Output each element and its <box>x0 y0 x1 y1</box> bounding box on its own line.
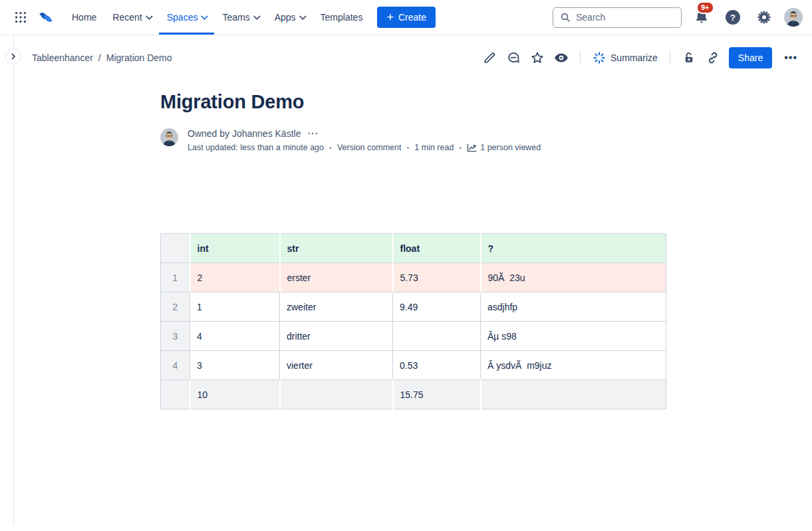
page-header-row: Tableenhancer / Migration Demo <box>32 47 803 69</box>
summarize-button[interactable]: Summarize <box>589 47 662 68</box>
table-row: 4 3 vierter 0.53 Â ysdvÃ m9juz <box>161 351 666 380</box>
table-cell: 2 <box>190 263 280 292</box>
gear-icon <box>756 9 772 25</box>
breadcrumb-space-link[interactable]: Tableenhancer <box>32 53 93 63</box>
grid-icon <box>13 10 28 25</box>
page-actions-toolbar: Summarize <box>479 47 803 68</box>
help-button[interactable]: ? <box>722 6 744 29</box>
column-header-str[interactable]: str <box>280 234 393 263</box>
profile-avatar[interactable] <box>784 8 803 27</box>
confluence-app: Home Recent Spaces Teams Apps Templates <box>0 0 812 531</box>
edit-button[interactable] <box>479 47 500 68</box>
table-cell: 90Ã 23u <box>481 263 666 292</box>
topnav-right-group: 9+ ? <box>553 6 803 29</box>
table-cell: 3 <box>190 351 280 380</box>
page-title: Migration Demo <box>160 91 666 113</box>
owned-by-text: Owned by Johannes Kästle <box>188 128 301 139</box>
create-label: Create <box>398 12 426 23</box>
read-time-text: 1 min read <box>414 143 454 152</box>
page-content: Migration Demo <box>160 91 666 409</box>
star-icon <box>530 51 545 65</box>
nav-item-home[interactable]: Home <box>64 0 104 35</box>
nav-label: Templates <box>321 12 363 23</box>
nav-label: Spaces <box>167 12 198 23</box>
version-comment-link[interactable]: Version comment <box>337 143 402 152</box>
breadcrumb-page-link[interactable]: Migration Demo <box>106 53 172 63</box>
chevron-down-icon <box>201 13 208 20</box>
search-input[interactable] <box>576 12 662 23</box>
sparkle-icon <box>593 51 606 64</box>
summarize-label: Summarize <box>610 53 658 63</box>
nav-label: Teams <box>222 12 249 23</box>
comments-button[interactable] <box>503 47 524 68</box>
dot-separator: • <box>406 144 409 152</box>
create-button[interactable]: + Create <box>377 7 436 28</box>
nav-item-apps[interactable]: Apps <box>267 0 313 35</box>
settings-button[interactable] <box>753 7 775 28</box>
table-cell: Â ysdvÃ m9juz <box>481 351 666 380</box>
byline-more-button[interactable]: ··· <box>306 128 320 139</box>
chevron-down-icon <box>299 13 306 20</box>
nav-item-templates[interactable]: Templates <box>313 0 371 35</box>
share-button[interactable]: Share <box>729 47 772 68</box>
row-number-header <box>161 234 190 263</box>
nav-label: Home <box>72 12 96 23</box>
search-box[interactable] <box>553 7 682 28</box>
table-cell: vierter <box>280 351 393 380</box>
byline: Owned by Johannes Kästle ··· Last update… <box>160 128 666 152</box>
confluence-logo-icon[interactable] <box>37 9 55 26</box>
pencil-icon <box>482 51 497 65</box>
row-number: 4 <box>161 351 190 380</box>
row-number: 1 <box>161 263 190 292</box>
nav-item-spaces[interactable]: Spaces <box>159 0 215 35</box>
sidebar-rail <box>13 35 14 525</box>
star-button[interactable] <box>527 47 548 68</box>
table-cell: 0.53 <box>393 351 481 380</box>
breadcrumb-separator: / <box>98 53 101 63</box>
owner-avatar[interactable] <box>160 128 178 152</box>
column-header-q[interactable]: ? <box>481 234 666 263</box>
toolbar-divider <box>580 51 581 65</box>
table-wrapper: int str float ? 1 2 erster 5.73 90Ã 23u <box>160 233 666 409</box>
app-switcher-button[interactable] <box>11 7 31 27</box>
expand-sidebar-button[interactable] <box>5 49 21 64</box>
watch-button[interactable] <box>551 47 572 68</box>
unlock-icon <box>682 51 696 65</box>
row-number: 2 <box>161 292 190 322</box>
table-cell: Âµ s98 <box>481 322 666 351</box>
row-number <box>161 380 190 409</box>
svg-text:?: ? <box>730 13 736 23</box>
more-actions-button[interactable]: ••• <box>779 49 803 66</box>
primary-nav: Home Recent Spaces Teams Apps Templates <box>64 0 370 35</box>
analytics-chart-icon <box>467 144 477 152</box>
chevron-down-icon <box>253 13 260 20</box>
dot-separator: • <box>329 144 332 152</box>
analytics-viewed[interactable]: 1 person viewed <box>467 143 541 152</box>
last-updated-text[interactable]: Last updated: less than a minute ago <box>188 143 324 152</box>
column-header-int[interactable]: int <box>190 234 280 263</box>
comment-icon <box>506 51 521 65</box>
data-table: int str float ? 1 2 erster 5.73 90Ã 23u <box>160 233 666 409</box>
table-cell <box>393 322 481 351</box>
table-cell: asdjhfp <box>481 292 666 322</box>
restrictions-button[interactable] <box>678 47 700 68</box>
table-cell: dritter <box>280 322 393 351</box>
eye-icon <box>553 50 569 66</box>
breadcrumb: Tableenhancer / Migration Demo <box>32 53 172 63</box>
table-cell: zweiter <box>280 292 393 322</box>
column-header-float[interactable]: float <box>393 234 481 263</box>
table-footer-cell: 15.75 <box>393 380 481 409</box>
table-footer-cell <box>280 380 393 409</box>
nav-item-recent[interactable]: Recent <box>104 0 158 35</box>
table-footer-row: 10 15.75 <box>161 380 666 409</box>
nav-item-teams[interactable]: Teams <box>214 0 266 35</box>
table-cell: 1 <box>190 292 280 322</box>
table-row: 1 2 erster 5.73 90Ã 23u <box>161 263 666 292</box>
table-cell: 9.49 <box>393 292 481 322</box>
nav-label: Apps <box>275 12 296 23</box>
copy-link-button[interactable] <box>702 47 724 68</box>
byline-text: Owned by Johannes Kästle ··· Last update… <box>188 128 541 152</box>
table-row: 2 1 zweiter 9.49 asdjhfp <box>161 292 666 322</box>
dot-separator: • <box>459 144 462 152</box>
notification-count-badge: 9+ <box>696 1 714 14</box>
